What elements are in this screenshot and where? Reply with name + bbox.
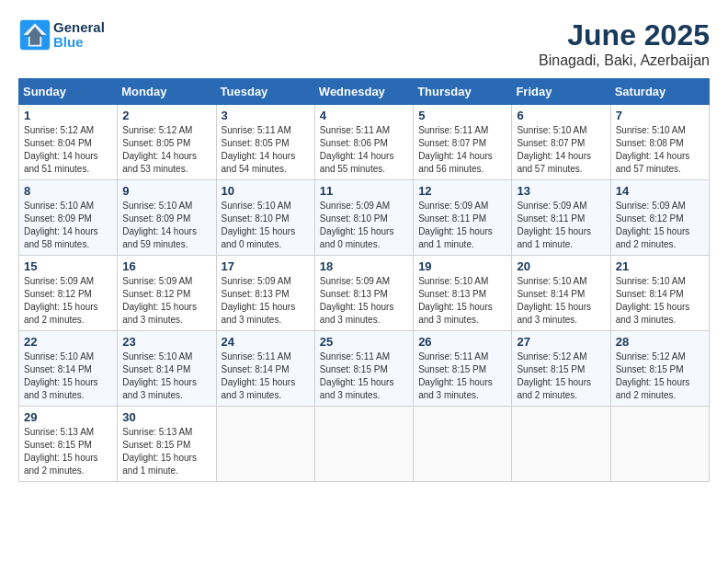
day-number: 4 (320, 109, 408, 122)
day-info: Sunrise: 5:11 AMSunset: 8:14 PMDaylight:… (222, 351, 296, 400)
cell-day-8: 8 Sunrise: 5:10 AMSunset: 8:09 PMDayligh… (19, 180, 118, 256)
cell-day-4: 4 Sunrise: 5:11 AMSunset: 8:06 PMDayligh… (314, 105, 413, 180)
day-info: Sunrise: 5:11 AMSunset: 8:07 PMDaylight:… (418, 125, 493, 174)
cell-day-11: 11 Sunrise: 5:09 AMSunset: 8:10 PMDaylig… (314, 180, 413, 256)
header-monday: Monday (118, 79, 216, 105)
logo-line2: Blue (53, 35, 105, 51)
day-number: 13 (517, 184, 605, 198)
day-number: 18 (320, 259, 408, 273)
day-info: Sunrise: 5:10 AMSunset: 8:14 PMDaylight:… (616, 276, 690, 325)
day-info: Sunrise: 5:09 AMSunset: 8:12 PMDaylight:… (616, 201, 690, 249)
header-saturday: Saturday (610, 79, 709, 105)
day-info: Sunrise: 5:10 AMSunset: 8:13 PMDaylight:… (418, 276, 493, 325)
cell-day-28: 28 Sunrise: 5:12 AMSunset: 8:15 PMDaylig… (610, 331, 709, 407)
day-number: 15 (24, 259, 112, 273)
cell-day-18: 18 Sunrise: 5:09 AMSunset: 8:13 PMDaylig… (314, 256, 413, 331)
cell-day-22: 22 Sunrise: 5:10 AMSunset: 8:14 PMDaylig… (19, 331, 118, 407)
day-number: 9 (122, 184, 210, 198)
day-number: 8 (24, 184, 112, 198)
header-friday: Friday (512, 79, 610, 105)
cell-day-10: 10 Sunrise: 5:10 AMSunset: 8:10 PMDaylig… (216, 180, 314, 256)
day-number: 1 (24, 109, 112, 122)
cell-day-empty (610, 407, 709, 482)
day-number: 19 (418, 259, 506, 273)
day-info: Sunrise: 5:09 AMSunset: 8:13 PMDaylight:… (320, 276, 394, 325)
cell-day-16: 16 Sunrise: 5:09 AMSunset: 8:12 PMDaylig… (118, 256, 216, 331)
day-number: 2 (122, 109, 210, 122)
day-number: 27 (517, 335, 605, 349)
day-number: 26 (418, 335, 506, 349)
day-info: Sunrise: 5:09 AMSunset: 8:13 PMDaylight:… (222, 276, 296, 325)
logo: General Blue (18, 18, 105, 52)
cell-day-6: 6 Sunrise: 5:10 AMSunset: 8:07 PMDayligh… (512, 105, 610, 180)
day-info: Sunrise: 5:13 AMSunset: 8:15 PMDaylight:… (122, 427, 197, 476)
header-row: Sunday Monday Tuesday Wednesday Thursday… (19, 79, 710, 105)
day-info: Sunrise: 5:10 AMSunset: 8:09 PMDaylight:… (24, 201, 98, 249)
day-info: Sunrise: 5:13 AMSunset: 8:15 PMDaylight:… (24, 427, 98, 476)
day-info: Sunrise: 5:11 AMSunset: 8:06 PMDaylight:… (320, 125, 394, 174)
week-row-2: 8 Sunrise: 5:10 AMSunset: 8:09 PMDayligh… (19, 180, 710, 256)
calendar-title: June 2025 (539, 18, 710, 52)
day-info: Sunrise: 5:10 AMSunset: 8:08 PMDaylight:… (616, 125, 690, 174)
day-info: Sunrise: 5:10 AMSunset: 8:14 PMDaylight:… (517, 276, 591, 325)
day-info: Sunrise: 5:11 AMSunset: 8:05 PMDaylight:… (222, 125, 296, 174)
day-number: 20 (517, 259, 605, 273)
day-info: Sunrise: 5:10 AMSunset: 8:07 PMDaylight:… (517, 125, 591, 174)
day-info: Sunrise: 5:09 AMSunset: 8:12 PMDaylight:… (24, 276, 98, 325)
calendar-table: Sunday Monday Tuesday Wednesday Thursday… (18, 78, 710, 482)
day-number: 23 (122, 335, 210, 349)
day-number: 29 (24, 410, 112, 424)
day-info: Sunrise: 5:11 AMSunset: 8:15 PMDaylight:… (320, 351, 394, 400)
cell-day-empty (512, 407, 610, 482)
title-area: June 2025 Binagadi, Baki, Azerbaijan (539, 18, 710, 69)
cell-day-23: 23 Sunrise: 5:10 AMSunset: 8:14 PMDaylig… (118, 331, 216, 407)
week-row-5: 29 Sunrise: 5:13 AMSunset: 8:15 PMDaylig… (19, 407, 710, 482)
cell-day-2: 2 Sunrise: 5:12 AMSunset: 8:05 PMDayligh… (118, 105, 216, 180)
day-number: 3 (222, 109, 310, 122)
cell-day-13: 13 Sunrise: 5:09 AMSunset: 8:11 PMDaylig… (512, 180, 610, 256)
day-info: Sunrise: 5:10 AMSunset: 8:14 PMDaylight:… (24, 351, 98, 400)
day-info: Sunrise: 5:09 AMSunset: 8:11 PMDaylight:… (418, 201, 493, 249)
day-number: 12 (418, 184, 506, 198)
cell-day-24: 24 Sunrise: 5:11 AMSunset: 8:14 PMDaylig… (216, 331, 314, 407)
day-info: Sunrise: 5:09 AMSunset: 8:11 PMDaylight:… (517, 201, 591, 249)
week-row-1: 1 Sunrise: 5:12 AMSunset: 8:04 PMDayligh… (19, 105, 710, 180)
cell-day-25: 25 Sunrise: 5:11 AMSunset: 8:15 PMDaylig… (314, 331, 413, 407)
day-info: Sunrise: 5:12 AMSunset: 8:05 PMDaylight:… (122, 125, 197, 174)
cell-day-5: 5 Sunrise: 5:11 AMSunset: 8:07 PMDayligh… (414, 105, 512, 180)
cell-day-14: 14 Sunrise: 5:09 AMSunset: 8:12 PMDaylig… (610, 180, 709, 256)
cell-day-7: 7 Sunrise: 5:10 AMSunset: 8:08 PMDayligh… (610, 105, 709, 180)
day-info: Sunrise: 5:12 AMSunset: 8:15 PMDaylight:… (517, 351, 591, 400)
day-number: 22 (24, 335, 112, 349)
cell-day-21: 21 Sunrise: 5:10 AMSunset: 8:14 PMDaylig… (610, 256, 709, 331)
day-number: 24 (222, 335, 310, 349)
day-number: 25 (320, 335, 408, 349)
page-header: General Blue June 2025 Binagadi, Baki, A… (18, 18, 710, 69)
day-number: 6 (517, 109, 605, 122)
cell-day-empty (314, 407, 413, 482)
cell-day-29: 29 Sunrise: 5:13 AMSunset: 8:15 PMDaylig… (19, 407, 118, 482)
day-info: Sunrise: 5:09 AMSunset: 8:12 PMDaylight:… (122, 276, 197, 325)
day-number: 17 (222, 259, 310, 273)
cell-day-empty (414, 407, 512, 482)
day-info: Sunrise: 5:10 AMSunset: 8:10 PMDaylight:… (222, 201, 296, 249)
week-row-4: 22 Sunrise: 5:10 AMSunset: 8:14 PMDaylig… (19, 331, 710, 407)
header-sunday: Sunday (19, 79, 118, 105)
day-number: 28 (616, 335, 704, 349)
day-info: Sunrise: 5:11 AMSunset: 8:15 PMDaylight:… (418, 351, 493, 400)
header-thursday: Thursday (414, 79, 512, 105)
day-number: 5 (418, 109, 506, 122)
day-info: Sunrise: 5:09 AMSunset: 8:10 PMDaylight:… (320, 201, 394, 249)
cell-day-27: 27 Sunrise: 5:12 AMSunset: 8:15 PMDaylig… (512, 331, 610, 407)
day-number: 14 (616, 184, 704, 198)
cell-day-9: 9 Sunrise: 5:10 AMSunset: 8:09 PMDayligh… (118, 180, 216, 256)
cell-day-3: 3 Sunrise: 5:11 AMSunset: 8:05 PMDayligh… (216, 105, 314, 180)
day-number: 21 (616, 259, 704, 273)
cell-day-20: 20 Sunrise: 5:10 AMSunset: 8:14 PMDaylig… (512, 256, 610, 331)
cell-day-19: 19 Sunrise: 5:10 AMSunset: 8:13 PMDaylig… (414, 256, 512, 331)
day-number: 11 (320, 184, 408, 198)
cell-day-26: 26 Sunrise: 5:11 AMSunset: 8:15 PMDaylig… (414, 331, 512, 407)
day-number: 10 (222, 184, 310, 198)
cell-day-1: 1 Sunrise: 5:12 AMSunset: 8:04 PMDayligh… (19, 105, 118, 180)
day-info: Sunrise: 5:10 AMSunset: 8:14 PMDaylight:… (122, 351, 197, 400)
